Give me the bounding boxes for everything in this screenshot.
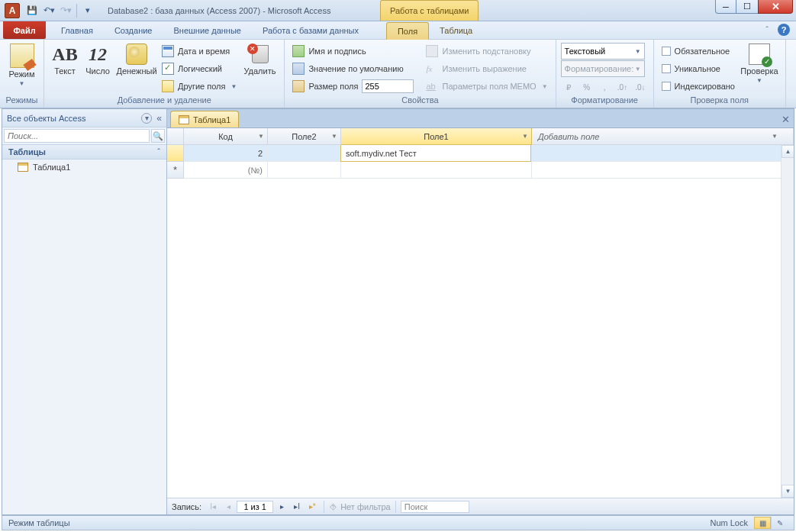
tab-table[interactable]: Таблица <box>429 21 483 39</box>
new-record-button[interactable]: ▸* <box>305 501 319 513</box>
datasheet-view-button[interactable]: ▦ <box>754 517 771 529</box>
dropdown-icon[interactable]: ▼ <box>258 133 264 140</box>
cell-id-new[interactable]: (№) <box>184 162 268 179</box>
cell-field1-editing[interactable]: soft.mydiv.net Тест <box>340 144 531 162</box>
number-label: Число <box>85 66 110 76</box>
cell-empty[interactable] <box>531 145 794 162</box>
boolean-field-button[interactable]: Логический <box>159 60 240 77</box>
column-header-add[interactable]: Добавить поле▼ <box>532 128 794 145</box>
minimize-button[interactable]: ─ <box>715 0 736 14</box>
qat-separator <box>76 4 77 18</box>
default-value-button[interactable]: Значение по умолчанию <box>289 60 417 77</box>
search-icon[interactable]: 🔍 <box>151 129 165 143</box>
field-size-input[interactable] <box>362 79 414 93</box>
tab-create[interactable]: Создание <box>104 21 163 39</box>
ribbon-minimize-icon[interactable]: ˆ <box>761 24 773 36</box>
dropdown-icon: ▼ <box>542 83 548 90</box>
cell-empty[interactable] <box>532 162 794 179</box>
group-modes-label: Режимы <box>5 95 39 108</box>
required-checkbox[interactable] <box>662 47 671 56</box>
column-f1-label: Поле1 <box>424 132 448 141</box>
cell-field2[interactable] <box>268 145 341 162</box>
document-tab-label: Таблица1 <box>193 115 230 124</box>
dropdown-icon[interactable]: ▼ <box>331 133 337 140</box>
filter-indicator[interactable]: ⯑Нет фильтра <box>329 502 391 511</box>
redo-icon[interactable]: ↷▾ <box>58 3 73 18</box>
nav-group-tables[interactable]: Таблицыˆ <box>2 144 166 160</box>
record-position-input[interactable] <box>237 501 273 513</box>
vertical-scrollbar[interactable]: ▲ ▼ <box>781 145 794 498</box>
table-row[interactable]: 2 soft.mydiv.net Тест <box>167 145 794 162</box>
indexed-checkbox[interactable] <box>662 82 671 91</box>
tab-database-tools[interactable]: Работа с базами данных <box>252 21 369 39</box>
save-icon[interactable]: 💾 <box>24 3 40 18</box>
qat-customize-icon[interactable]: ▾ <box>80 3 95 18</box>
dropdown-icon[interactable]: ▼ <box>772 133 778 140</box>
collapse-group-icon[interactable]: ˆ <box>157 147 160 156</box>
more-fields-button[interactable]: Другие поля▼ <box>159 78 240 95</box>
document-close-button[interactable]: ✕ <box>777 111 794 127</box>
text-field-button[interactable]: AB Текст <box>49 41 81 93</box>
name-caption-button[interactable]: Имя и подпись <box>289 43 417 60</box>
column-header-field1[interactable]: Поле1▼ <box>341 128 532 145</box>
validation-button[interactable]: Проверка ▼ <box>738 41 781 93</box>
calendar-icon <box>162 45 174 57</box>
close-button[interactable]: ✕ <box>758 0 793 14</box>
maximize-button[interactable]: ☐ <box>736 0 758 14</box>
scroll-up-button[interactable]: ▲ <box>781 145 794 158</box>
required-checkbox-row[interactable]: Обязательное <box>659 43 738 60</box>
currency-field-button[interactable]: Денежный <box>114 41 159 93</box>
table-icon <box>18 163 28 172</box>
data-type-value: Текстовый <box>565 47 606 56</box>
row-selector[interactable] <box>167 145 184 162</box>
datetime-field-button[interactable]: Дата и время <box>159 43 240 60</box>
last-record-button[interactable]: ▸I <box>290 501 304 513</box>
tag-icon <box>292 45 305 57</box>
group-validation-label: Проверка поля <box>659 95 781 108</box>
document-tab-table1[interactable]: Таблица1 <box>170 111 239 127</box>
nav-item-table1[interactable]: Таблица1 <box>2 160 166 175</box>
next-record-button[interactable]: ▸ <box>275 501 288 513</box>
format-combo: Форматирование:▼ <box>561 60 645 77</box>
memo-settings-label: Параметры поля MEMO <box>442 82 536 91</box>
unique-checkbox[interactable] <box>662 64 671 73</box>
record-search-input[interactable]: Поиск <box>401 501 469 513</box>
nav-menu-icon[interactable]: ▾ <box>141 113 152 124</box>
tab-external-data[interactable]: Внешние данные <box>163 21 252 39</box>
column-header-field2[interactable]: Поле2▼ <box>268 128 341 145</box>
tab-fields[interactable]: Поля <box>386 22 429 40</box>
indexed-checkbox-row[interactable]: Индексировано <box>659 78 738 95</box>
format-value: Форматирование: <box>565 64 634 73</box>
dropdown-icon[interactable]: ▼ <box>522 133 528 140</box>
cell-empty[interactable] <box>268 162 341 179</box>
nav-search-input[interactable] <box>4 129 150 143</box>
unique-checkbox-row[interactable]: Уникальное <box>659 60 738 77</box>
datetime-label: Дата и время <box>178 47 230 56</box>
view-mode-button[interactable]: Режим ▼ <box>5 41 39 93</box>
table-row-new[interactable]: * (№) <box>167 162 794 179</box>
app-icon[interactable]: A <box>5 3 20 18</box>
dropdown-icon: ▼ <box>756 77 762 84</box>
cell-empty[interactable] <box>341 162 532 179</box>
design-view-button[interactable]: ✎ <box>771 517 788 529</box>
undo-icon[interactable]: ↶▾ <box>41 3 56 18</box>
new-row-selector[interactable]: * <box>167 162 184 179</box>
grid-header-row: Код▼ Поле2▼ Поле1▼ Добавить поле▼ <box>167 128 794 145</box>
column-header-id[interactable]: Код▼ <box>184 128 268 145</box>
select-all-cell[interactable] <box>167 128 184 145</box>
tab-file[interactable]: Файл <box>3 21 46 39</box>
data-type-combo[interactable]: Текстовый▼ <box>561 43 645 60</box>
title-bar: A 💾 ↶▾ ↷▾ ▾ Database2 : база данных (Acc… <box>0 0 796 21</box>
prev-record-button[interactable]: ◂ <box>221 501 235 513</box>
datasheet-grid[interactable]: Код▼ Поле2▼ Поле1▼ Добавить поле▼ 2 soft… <box>167 127 794 498</box>
cell-id[interactable]: 2 <box>184 145 268 162</box>
first-record-button[interactable]: I◂ <box>206 501 220 513</box>
tab-home[interactable]: Главная <box>50 21 104 39</box>
scroll-down-button[interactable]: ▼ <box>781 485 794 498</box>
view-mode-label: Режим <box>9 69 35 79</box>
number-field-button[interactable]: 12 Число <box>81 41 114 93</box>
delete-field-button[interactable]: Удалить <box>240 41 279 93</box>
nav-collapse-icon[interactable]: « <box>156 113 162 124</box>
help-icon[interactable]: ? <box>778 24 790 36</box>
nav-header[interactable]: Все объекты Access ▾ « <box>2 109 166 127</box>
